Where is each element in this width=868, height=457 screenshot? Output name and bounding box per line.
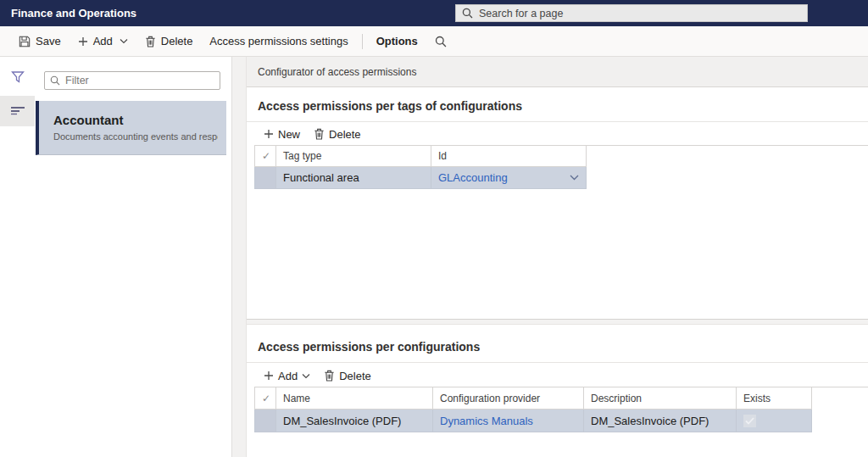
table-row[interactable]: Functional area GLAccounting bbox=[255, 167, 587, 189]
filter-pane-button[interactable] bbox=[0, 62, 35, 92]
access-permissions-settings-label: Access permissions settings bbox=[209, 35, 348, 47]
page-search-input[interactable] bbox=[479, 8, 801, 20]
section-per-configurations: Access permissions per configurations Ad… bbox=[247, 325, 868, 457]
section-divider bbox=[247, 121, 868, 122]
panel-splitter[interactable] bbox=[231, 57, 247, 457]
add-button-label: Add bbox=[93, 35, 113, 47]
list-lines-icon bbox=[10, 106, 25, 116]
toolbar-separator bbox=[362, 34, 363, 49]
name-cell[interactable]: DM_SalesInvoice (PDF) bbox=[276, 410, 433, 432]
left-icon-rail bbox=[0, 57, 35, 457]
add-button-label: Add bbox=[278, 370, 298, 382]
funnel-icon bbox=[11, 70, 25, 84]
column-header-exists[interactable]: Exists bbox=[737, 387, 812, 410]
plus-icon bbox=[264, 371, 274, 381]
page-title-bar: Configurator of access permissions bbox=[247, 57, 868, 87]
configurations-grid: ✓ Name Configuration provider Descriptio… bbox=[254, 387, 812, 432]
list-item-title: Accountant bbox=[53, 113, 218, 127]
section-actions: New Delete bbox=[257, 123, 368, 145]
dropdown-chevron-icon[interactable] bbox=[570, 175, 579, 181]
options-menu-label: Options bbox=[376, 35, 418, 47]
column-header-tag-type[interactable]: Tag type bbox=[276, 146, 431, 167]
column-header-configuration-provider[interactable]: Configuration provider bbox=[433, 387, 584, 410]
select-all-column-header[interactable]: ✓ bbox=[255, 387, 276, 410]
grid-top-hairline bbox=[810, 387, 868, 387]
save-button[interactable]: Save bbox=[10, 26, 70, 57]
trash-icon bbox=[324, 370, 335, 382]
row-select-cell[interactable] bbox=[255, 410, 276, 432]
tags-grid: ✓ Tag type Id Functional area GLAccounti… bbox=[254, 145, 587, 189]
column-header-name[interactable]: Name bbox=[276, 387, 433, 410]
chevron-down-icon bbox=[120, 38, 128, 44]
plus-icon bbox=[264, 129, 274, 139]
search-icon bbox=[435, 36, 447, 47]
new-button[interactable]: New bbox=[257, 123, 307, 145]
action-toolbar: Save Add Delete Access permissions setti… bbox=[0, 26, 868, 57]
list-item-description: Documents accounting events and respo... bbox=[53, 131, 218, 142]
delete-button[interactable]: Delete bbox=[307, 123, 368, 145]
column-header-id[interactable]: Id bbox=[431, 146, 587, 167]
row-select-cell[interactable] bbox=[255, 167, 276, 189]
page-search-box[interactable] bbox=[455, 4, 808, 22]
delete-button-label: Delete bbox=[161, 35, 193, 47]
id-cell[interactable]: GLAccounting bbox=[431, 167, 587, 189]
toolbar-search-button[interactable] bbox=[426, 26, 455, 57]
id-lookup-link[interactable]: GLAccounting bbox=[438, 171, 508, 184]
app-frame: Finance and Operations Save Add bbox=[0, 0, 868, 457]
plus-icon bbox=[78, 36, 88, 47]
trash-icon bbox=[145, 36, 156, 47]
section-divider bbox=[247, 362, 868, 363]
check-icon bbox=[745, 417, 754, 425]
app-title: Finance and Operations bbox=[11, 0, 136, 26]
table-row[interactable]: DM_SalesInvoice (PDF) Dynamics Manuals D… bbox=[255, 410, 812, 432]
search-icon bbox=[462, 8, 473, 19]
access-permissions-settings-button[interactable]: Access permissions settings bbox=[201, 26, 356, 57]
select-all-column-header[interactable]: ✓ bbox=[255, 146, 276, 167]
search-icon bbox=[50, 75, 60, 86]
list-pane-button[interactable] bbox=[0, 96, 35, 126]
record-list-panel: Accountant Documents accounting events a… bbox=[35, 57, 231, 457]
delete-button-label: Delete bbox=[329, 128, 361, 141]
trash-icon bbox=[314, 128, 325, 140]
column-header-description[interactable]: Description bbox=[584, 387, 737, 410]
description-cell[interactable]: DM_SalesInvoice (PDF) bbox=[584, 410, 737, 432]
new-button-label: New bbox=[278, 128, 300, 141]
top-navigation-bar: Finance and Operations bbox=[0, 0, 868, 26]
exists-checkbox bbox=[743, 415, 756, 427]
tag-type-cell[interactable]: Functional area bbox=[276, 167, 431, 189]
check-icon: ✓ bbox=[262, 150, 270, 162]
configuration-provider-link[interactable]: Dynamics Manuals bbox=[440, 415, 533, 427]
section-tags-of-configurations: Access permissions per tags of configura… bbox=[247, 87, 868, 320]
section-title: Access permissions per tags of configura… bbox=[258, 99, 522, 113]
main-content: Configurator of access permissions Acces… bbox=[247, 57, 868, 457]
delete-button-label: Delete bbox=[339, 370, 371, 382]
list-item-accountant[interactable]: Accountant Documents accounting events a… bbox=[36, 101, 226, 155]
options-menu-button[interactable]: Options bbox=[368, 26, 426, 57]
add-button[interactable]: Add bbox=[257, 365, 317, 387]
save-icon bbox=[19, 36, 31, 47]
list-filter-box[interactable] bbox=[44, 71, 220, 90]
check-icon: ✓ bbox=[262, 393, 270, 404]
section-title: Access permissions per configurations bbox=[258, 340, 480, 354]
page-title: Configurator of access permissions bbox=[258, 57, 416, 87]
save-button-label: Save bbox=[36, 35, 61, 47]
delete-button[interactable]: Delete bbox=[136, 26, 202, 57]
grid-top-hairline bbox=[585, 145, 868, 146]
list-filter-input[interactable] bbox=[65, 75, 214, 86]
delete-button[interactable]: Delete bbox=[317, 365, 378, 387]
configuration-provider-cell[interactable]: Dynamics Manuals bbox=[433, 410, 584, 432]
exists-cell[interactable] bbox=[737, 410, 812, 432]
add-button[interactable]: Add bbox=[70, 26, 136, 57]
chevron-down-icon bbox=[302, 373, 310, 379]
section-actions: Add Delete bbox=[257, 365, 378, 387]
